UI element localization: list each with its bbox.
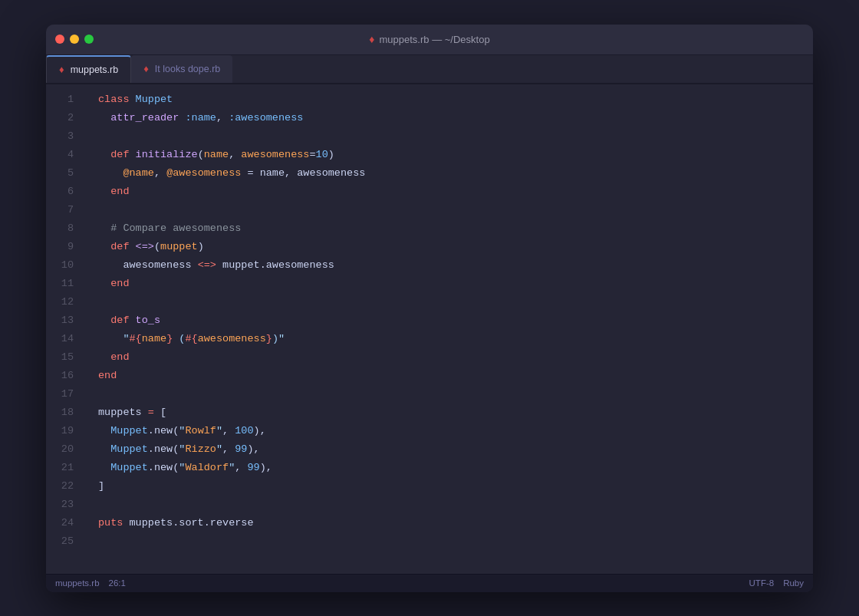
editor-area: 1 2 3 4 5 6 7 8 9 10 11 12 13 14 15 16 1… — [46, 84, 813, 574]
code-line-9: def <=>(muppet) — [98, 238, 813, 256]
code-line-8: # Compare awesomeness — [98, 219, 813, 238]
file-icon: ♦ — [369, 33, 374, 45]
code-line-19: Muppet.new("Rowlf", 100), — [98, 422, 813, 440]
statusbar: muppets.rb 26:1 UTF-8 Ruby — [46, 574, 813, 592]
code-line-7 — [98, 201, 813, 219]
statusbar-language: Ruby — [783, 578, 804, 588]
line-num: 4 — [46, 146, 74, 164]
line-num: 24 — [46, 514, 74, 532]
code-content[interactable]: class Muppet attr_reader :name, :awesome… — [86, 84, 813, 574]
statusbar-filename: muppets.rb — [55, 578, 100, 588]
line-num: 18 — [46, 404, 74, 422]
code-line-10: awesomeness <=> muppet.awesomeness — [98, 256, 813, 275]
code-line-25 — [98, 532, 813, 551]
code-line-18: muppets = [ — [98, 404, 813, 422]
code-line-12 — [98, 293, 813, 311]
code-line-22: ] — [98, 477, 813, 496]
close-button[interactable] — [55, 35, 64, 44]
line-num: 9 — [46, 238, 74, 256]
line-num: 15 — [46, 348, 74, 367]
line-num: 25 — [46, 532, 74, 551]
tab-icon-2: ♦ — [143, 63, 149, 74]
titlebar: ♦ muppets.rb — ~/Desktop — [46, 25, 813, 55]
line-num: 16 — [46, 367, 74, 385]
line-num: 8 — [46, 219, 74, 238]
code-line-15: end — [98, 348, 813, 367]
statusbar-left: muppets.rb 26:1 — [55, 578, 126, 588]
code-line-3 — [98, 127, 813, 146]
maximize-button[interactable] — [84, 35, 94, 44]
statusbar-encoding: UTF-8 — [749, 578, 775, 588]
line-num: 20 — [46, 440, 74, 459]
traffic-lights — [55, 35, 94, 44]
line-num: 11 — [46, 275, 74, 293]
code-line-23 — [98, 496, 813, 514]
minimize-button[interactable] — [70, 35, 79, 44]
code-line-24: puts muppets.sort.reverse — [98, 514, 813, 532]
code-line-13: def to_s — [98, 311, 813, 330]
code-line-20: Muppet.new("Rizzo", 99), — [98, 440, 813, 459]
line-num: 6 — [46, 183, 74, 201]
window-title: ♦ muppets.rb — ~/Desktop — [369, 33, 489, 45]
code-line-16: end — [98, 367, 813, 385]
line-num: 7 — [46, 201, 74, 219]
line-num: 12 — [46, 293, 74, 311]
statusbar-right: UTF-8 Ruby — [749, 578, 804, 588]
code-line-1: class Muppet — [98, 91, 813, 109]
code-line-11: end — [98, 275, 813, 293]
code-line-17 — [98, 385, 813, 404]
editor-window: ♦ muppets.rb — ~/Desktop ♦ muppets.rb ♦ … — [46, 25, 813, 592]
line-num: 21 — [46, 459, 74, 477]
line-num: 19 — [46, 422, 74, 440]
code-line-5: @name, @awesomeness = name, awesomeness — [98, 164, 813, 183]
code-line-21: Muppet.new("Waldorf", 99), — [98, 459, 813, 477]
code-line-4: def initialize(name, awesomeness=10) — [98, 146, 813, 164]
line-num: 13 — [46, 311, 74, 330]
line-num: 3 — [46, 127, 74, 146]
line-num: 2 — [46, 109, 74, 127]
code-line-2: attr_reader :name, :awesomeness — [98, 109, 813, 127]
line-num: 14 — [46, 330, 74, 348]
line-num: 17 — [46, 385, 74, 404]
line-num: 5 — [46, 164, 74, 183]
tab-bar: ♦ muppets.rb ♦ It looks dope.rb — [46, 55, 813, 84]
code-line-6: end — [98, 183, 813, 201]
statusbar-cursor: 26:1 — [109, 578, 126, 588]
line-num: 23 — [46, 496, 74, 514]
line-numbers: 1 2 3 4 5 6 7 8 9 10 11 12 13 14 15 16 1… — [46, 84, 86, 574]
line-num: 10 — [46, 256, 74, 275]
code-line-14: "#{name} (#{awesomeness})" — [98, 330, 813, 348]
line-num: 1 — [46, 91, 74, 109]
tab-muppets[interactable]: ♦ muppets.rb — [46, 55, 131, 83]
line-num: 22 — [46, 477, 74, 496]
tab-dope[interactable]: ♦ It looks dope.rb — [131, 55, 232, 83]
tab-icon-1: ♦ — [59, 64, 64, 75]
